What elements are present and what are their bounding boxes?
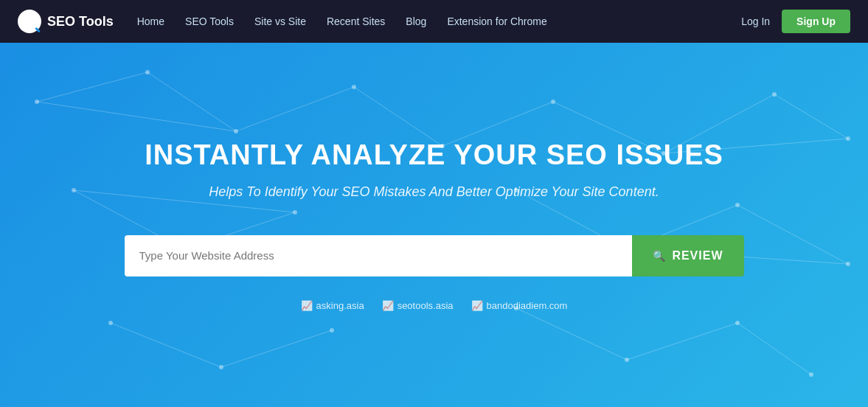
svg-point-35: [293, 210, 297, 215]
signup-button[interactable]: Sign Up: [782, 10, 850, 33]
recent-site-label-2: bandodiadiem.com: [487, 300, 568, 311]
nav-extension[interactable]: Extension for Chrome: [447, 15, 546, 27]
nav-links: Home SEO Tools Site vs Site Recent Sites…: [137, 15, 741, 27]
svg-point-41: [219, 365, 223, 369]
svg-point-27: [352, 85, 356, 89]
trend-icon-2: 📈: [471, 300, 483, 311]
svg-point-39: [846, 262, 850, 266]
svg-point-38: [735, 203, 740, 207]
review-label: REVIEW: [672, 249, 723, 262]
svg-line-23: [737, 323, 811, 375]
search-icon: 🔍: [653, 250, 666, 262]
nav-recent-sites[interactable]: Recent Sites: [327, 15, 385, 27]
svg-line-6: [354, 87, 442, 146]
svg-line-3: [147, 72, 236, 131]
search-bar: 🔍 REVIEW: [125, 235, 744, 276]
website-address-input[interactable]: [125, 235, 633, 276]
hero-title: INSTANTLY ANALYZE YOUR SEO ISSUES: [145, 139, 723, 171]
nav-site-vs-site[interactable]: Site vs Site: [254, 15, 306, 27]
svg-point-45: [735, 321, 740, 325]
trend-icon-1: 📈: [382, 300, 394, 311]
nav-seo-tools[interactable]: SEO Tools: [185, 15, 234, 27]
recent-sites-list: 📈 asking.asia 📈 seotools.asia 📈 bandodia…: [301, 300, 568, 311]
recent-site-label-1: seotools.asia: [397, 300, 454, 311]
svg-point-31: [772, 92, 777, 97]
trend-icon-0: 📈: [301, 300, 313, 311]
logo-text: SEO Tools: [47, 14, 114, 29]
svg-point-29: [551, 100, 555, 104]
svg-point-26: [234, 129, 238, 133]
svg-line-5: [236, 87, 354, 131]
recent-site-1[interactable]: 📈 seotools.asia: [382, 300, 454, 311]
svg-line-4: [37, 102, 236, 131]
svg-line-1: [31, 23, 35, 27]
review-button[interactable]: 🔍 REVIEW: [632, 235, 743, 276]
svg-line-21: [516, 308, 627, 360]
logo[interactable]: SEO Tools: [18, 10, 114, 33]
svg-point-46: [809, 372, 813, 377]
svg-point-25: [145, 70, 150, 74]
svg-point-44: [625, 358, 629, 362]
recent-site-2[interactable]: 📈 bandodiadiem.com: [471, 300, 568, 311]
nav-right: Log In Sign Up: [741, 10, 850, 33]
svg-point-40: [108, 321, 113, 325]
hero-subtitle: Helps To Identify Your SEO Mistakes And …: [209, 184, 659, 200]
svg-line-17: [737, 205, 848, 264]
nav-home[interactable]: Home: [137, 15, 164, 27]
hero-section: INSTANTLY ANALYZE YOUR SEO ISSUES Helps …: [0, 43, 868, 407]
recent-site-0[interactable]: 📈 asking.asia: [301, 300, 364, 311]
svg-line-10: [774, 94, 848, 139]
svg-point-24: [35, 100, 39, 104]
network-background: [0, 43, 868, 407]
login-button[interactable]: Log In: [741, 15, 770, 27]
svg-line-20: [221, 330, 332, 367]
nav-blog[interactable]: Blog: [406, 15, 426, 27]
svg-line-19: [111, 323, 221, 367]
svg-point-32: [846, 136, 850, 141]
svg-point-42: [330, 328, 334, 333]
svg-point-33: [72, 188, 76, 192]
svg-line-22: [627, 323, 737, 360]
logo-icon: [18, 10, 41, 33]
recent-site-label-0: asking.asia: [316, 300, 364, 311]
svg-line-2: [37, 72, 147, 102]
navbar: SEO Tools Home SEO Tools Site vs Site Re…: [0, 0, 868, 43]
